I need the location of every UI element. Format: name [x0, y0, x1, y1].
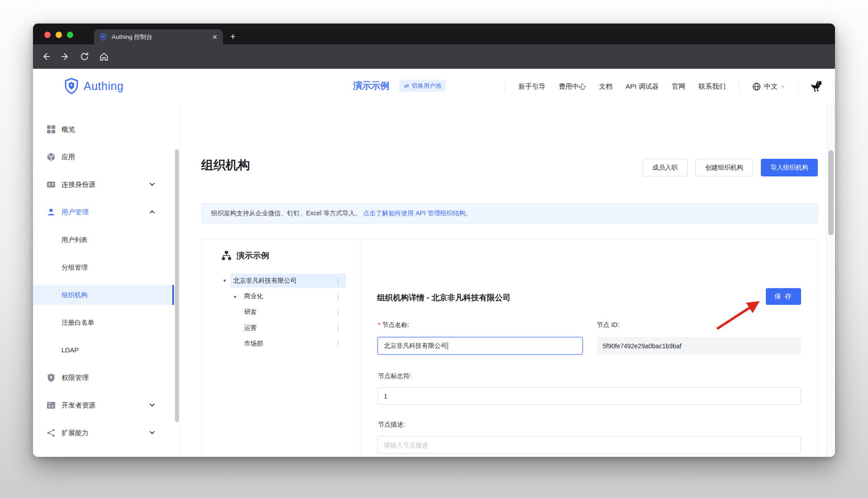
sidebar-item-label: 用户列表	[61, 236, 88, 244]
chevron-down-icon	[149, 181, 155, 187]
language-selector[interactable]: 中文 ∨	[752, 82, 785, 91]
dino-avatar-icon[interactable]	[811, 81, 822, 92]
desktop: Authing 控制台 ✕ +	[0, 0, 868, 498]
tree-node-child[interactable]: ▸ 商业化 ⋮	[245, 289, 346, 303]
sidebar-item-organization[interactable]: 组织机构	[33, 285, 174, 305]
nav-contact[interactable]: 联系我们	[698, 82, 726, 91]
caret-open-icon[interactable]: ▾	[223, 278, 233, 284]
minimize-window-button[interactable]	[56, 32, 62, 38]
node-name-label: 节点名称:	[378, 321, 409, 329]
annotation-arrow	[708, 295, 771, 334]
org-tree-icon	[222, 251, 231, 261]
tree-node-child[interactable]: 市场部 ⋮	[245, 337, 346, 351]
new-tab-button[interactable]: +	[230, 31, 236, 43]
import-organization-button[interactable]: 导入组织机构	[761, 159, 818, 176]
browser-tab[interactable]: Authing 控制台 ✕	[94, 29, 223, 44]
tree-node-child[interactable]: 研发 ⋮	[245, 305, 346, 319]
tree-node-label: 商业化	[244, 292, 263, 300]
main-content: 组织机构 成员入职 创建组织机构 导入组织机构 组织架构支持从企业微信、钉钉、E…	[180, 104, 826, 457]
nav-api-debugger[interactable]: API 调试器	[626, 82, 659, 91]
sidebar-item-user-management[interactable]: 用户管理	[33, 202, 174, 222]
userpool-name[interactable]: 演示示例	[353, 80, 389, 92]
sidebar-item-group-management[interactable]: 分组管理	[33, 257, 174, 277]
node-menu-icon[interactable]: ⋮	[335, 292, 346, 300]
code-window-icon	[47, 401, 56, 410]
panel-divider	[361, 239, 361, 457]
zoom-window-button[interactable]	[67, 32, 73, 38]
tree-node-child[interactable]: 运营 ⋮	[245, 321, 346, 335]
tree-header: 演示示例	[222, 250, 269, 261]
node-description-field	[377, 436, 801, 454]
home-icon[interactable]	[99, 52, 109, 62]
sidebar-item-label: 组织机构	[61, 291, 88, 299]
sidebar-item-label: 应用	[61, 153, 75, 161]
page-scrollbar-track[interactable]	[826, 104, 835, 457]
tree-pool-title: 演示示例	[236, 250, 269, 261]
sidebar-item-overview[interactable]: 概览	[33, 119, 174, 139]
sidebar-item-permission-management[interactable]: 权限管理	[33, 368, 174, 388]
sidebar-item-registration-whitelist[interactable]: 注册白名单	[33, 313, 174, 332]
sidebar-item-apps[interactable]: 应用	[33, 147, 174, 167]
node-menu-icon[interactable]: ⋮	[335, 340, 346, 348]
back-icon[interactable]	[41, 52, 51, 62]
node-name-value: 北京非凡科技有限公司	[384, 342, 447, 350]
sidebar-item-label: 用户管理	[61, 208, 89, 217]
info-banner: 组织架构支持从企业微信、钉钉、Excel 等方式导入。 点击了解如何使用 API…	[201, 203, 818, 223]
switch-userpool-button[interactable]: ⇄ 切换用户池	[399, 80, 446, 92]
sidebar-item-label	[61, 457, 63, 457]
top-navigation: 新手引导 费用中心 文档 API 调试器 官网 联系我们 中文 ∨	[505, 69, 822, 104]
sidebar-menu: 概览 应用	[33, 119, 174, 457]
node-identifier-input[interactable]: 1	[377, 387, 801, 405]
node-description-label: 节点描述:	[378, 421, 405, 429]
forward-icon[interactable]	[60, 52, 70, 62]
browser-titlebar: Authing 控制台 ✕ +	[33, 24, 835, 44]
sidebar-item-label: 概览	[61, 125, 75, 134]
sidebar-item-label: 权限管理	[61, 374, 89, 382]
nav-billing[interactable]: 费用中心	[559, 82, 586, 91]
sidebar-item-partial[interactable]	[33, 451, 174, 457]
node-name-input[interactable]: 北京非凡科技有限公司	[377, 337, 583, 355]
tab-close-icon[interactable]: ✕	[212, 33, 217, 41]
member-onboarding-button[interactable]: 成员入职	[642, 159, 688, 176]
language-label: 中文	[764, 82, 778, 91]
shield-icon	[47, 373, 56, 382]
sidebar-item-developer-resources[interactable]: 开发者资源	[33, 395, 174, 415]
chevron-down-icon: ∨	[781, 83, 785, 90]
sidebar-item-label: 连接身份源	[61, 180, 95, 189]
brand-logo[interactable]: Authing	[63, 78, 123, 94]
nav-website[interactable]: 官网	[672, 82, 685, 91]
node-description-input[interactable]	[384, 441, 795, 449]
sidebar-item-ldap[interactable]: LDAP	[33, 340, 174, 360]
nav-guide[interactable]: 新手引导	[519, 82, 546, 91]
node-menu-icon[interactable]: ⋮	[335, 324, 346, 332]
reload-icon[interactable]	[80, 52, 90, 62]
chevron-down-icon	[149, 430, 155, 436]
organization-card: 演示示例 ▾ 北京非凡科技有限公司 ⋮ ▸ 商业化 ⋮ 研发	[201, 239, 818, 457]
grid-icon	[47, 125, 56, 134]
page-scrollbar-thumb[interactable]	[828, 150, 834, 235]
sidebar-item-label: 分组管理	[61, 263, 88, 272]
sidebar-item-label: 开发者资源	[61, 401, 95, 410]
sidebar-item-identity-sources[interactable]: 连接身份源	[33, 175, 174, 194]
caret-closed-icon[interactable]: ▸	[234, 294, 244, 299]
user-icon	[47, 208, 56, 217]
app-header: Authing 演示示例 ⇄ 切换用户池 新手引导 费用中心 文档 API 调试…	[33, 69, 835, 104]
chevron-up-icon	[149, 209, 155, 215]
sidebar-item-extension-capability[interactable]: 扩展能力	[33, 423, 174, 443]
node-menu-icon[interactable]: ⋮	[335, 308, 346, 316]
node-menu-icon[interactable]: ⋮	[335, 277, 346, 285]
switch-userpool-label: 切换用户池	[412, 82, 441, 90]
tree-node-root[interactable]: ▾ 北京非凡科技有限公司 ⋮	[231, 274, 346, 288]
node-identifier-value: 1	[384, 393, 387, 400]
banner-link[interactable]: 点击了解如何使用 API 管理组织结构。	[363, 209, 472, 218]
sidebar-item-user-list[interactable]: 用户列表	[33, 230, 174, 250]
nav-docs[interactable]: 文档	[599, 82, 613, 91]
sidebar-scrollbar-thumb[interactable]	[175, 149, 179, 422]
create-organization-button[interactable]: 创建组织机构	[695, 159, 753, 176]
sidebar-item-label: 扩展能力	[61, 429, 89, 437]
userpool-switcher: 演示示例 ⇄ 切换用户池	[353, 80, 446, 92]
close-window-button[interactable]	[44, 32, 51, 38]
node-id-label: 节点 ID:	[597, 321, 619, 329]
node-identifier-label: 节点标志符:	[378, 372, 411, 380]
generic-icon	[47, 456, 56, 457]
